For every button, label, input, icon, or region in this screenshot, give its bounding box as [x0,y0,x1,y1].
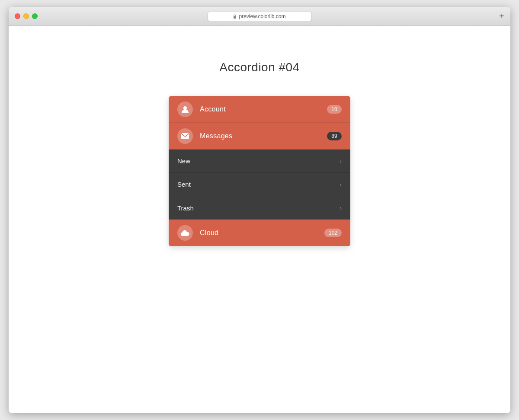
titlebar: preview.colorlib.com + [9,7,510,26]
messages-label: Messages [200,132,327,140]
accordion-item-cloud[interactable]: Cloud 102 [169,220,350,246]
cloud-icon [181,230,189,236]
sub-item-new-label: New [177,157,340,165]
minimize-button[interactable] [23,13,29,19]
sub-item-new[interactable]: New › [169,150,350,173]
traffic-lights [15,13,38,19]
chevron-right-icon: › [340,158,342,165]
person-icon [181,105,189,113]
maximize-button[interactable] [32,13,38,19]
page-content: Accordion #04 Account 10 [9,26,510,413]
sub-item-trash[interactable]: Trash › [169,196,350,220]
svg-rect-2 [181,133,189,139]
messages-badge: 89 [327,132,342,140]
sub-item-sent[interactable]: Sent › [169,173,350,196]
account-label: Account [200,105,327,113]
lock-icon [233,14,237,19]
accordion-sub-messages: New › Sent › Trash › [169,150,350,220]
browser-window: preview.colorlib.com + Accordion #04 Acc… [9,7,510,413]
new-tab-button[interactable]: + [499,11,504,21]
svg-point-1 [183,106,187,110]
chevron-right-icon: › [340,204,342,211]
accordion: Account 10 Messages 89 New › [169,96,350,246]
accordion-item-account[interactable]: Account 10 [169,96,350,123]
cloud-badge: 102 [324,229,342,237]
cloud-label: Cloud [200,229,324,237]
envelope-icon [181,133,189,139]
url-bar[interactable]: preview.colorlib.com [208,12,311,21]
page-title: Accordion #04 [219,60,300,74]
sub-item-sent-label: Sent [177,181,340,188]
url-text: preview.colorlib.com [239,13,285,19]
close-button[interactable] [15,13,20,19]
chevron-right-icon: › [340,181,342,188]
messages-icon-circle [177,128,193,144]
account-badge: 10 [327,105,342,114]
cloud-icon-circle [177,225,193,241]
accordion-item-messages[interactable]: Messages 89 [169,123,350,150]
svg-rect-0 [234,16,236,19]
sub-item-trash-label: Trash [177,204,340,212]
account-icon-circle [177,102,193,117]
